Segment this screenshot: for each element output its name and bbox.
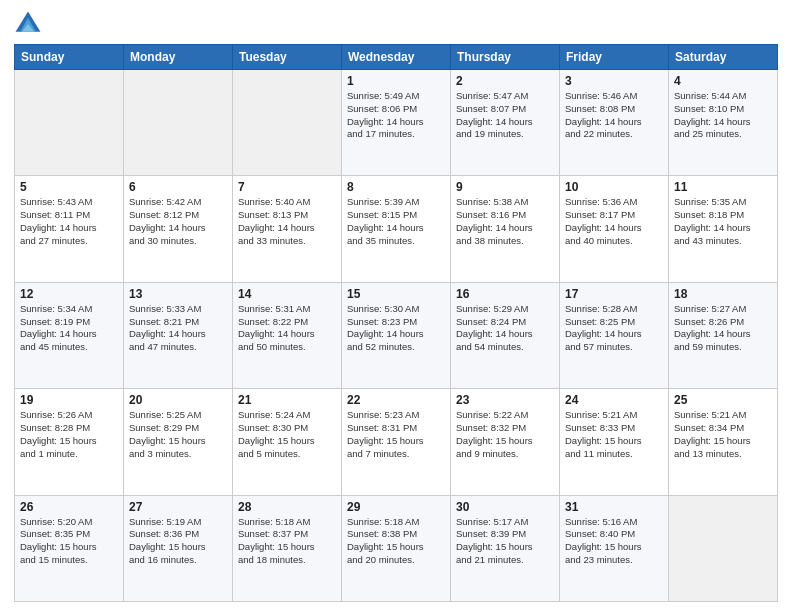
day-number: 3 <box>565 74 663 88</box>
day-number: 13 <box>129 287 227 301</box>
calendar-cell: 5Sunrise: 5:43 AM Sunset: 8:11 PM Daylig… <box>15 176 124 282</box>
day-number: 23 <box>456 393 554 407</box>
day-number: 8 <box>347 180 445 194</box>
day-number: 21 <box>238 393 336 407</box>
calendar-cell: 13Sunrise: 5:33 AM Sunset: 8:21 PM Dayli… <box>124 282 233 388</box>
calendar-cell: 16Sunrise: 5:29 AM Sunset: 8:24 PM Dayli… <box>451 282 560 388</box>
calendar-cell: 21Sunrise: 5:24 AM Sunset: 8:30 PM Dayli… <box>233 389 342 495</box>
weekday-header-sunday: Sunday <box>15 45 124 70</box>
calendar-week-row: 19Sunrise: 5:26 AM Sunset: 8:28 PM Dayli… <box>15 389 778 495</box>
calendar-cell: 2Sunrise: 5:47 AM Sunset: 8:07 PM Daylig… <box>451 70 560 176</box>
weekday-header-row: SundayMondayTuesdayWednesdayThursdayFrid… <box>15 45 778 70</box>
calendar-cell <box>233 70 342 176</box>
calendar-cell <box>15 70 124 176</box>
day-number: 31 <box>565 500 663 514</box>
cell-content: Sunrise: 5:49 AM Sunset: 8:06 PM Dayligh… <box>347 90 445 141</box>
day-number: 22 <box>347 393 445 407</box>
calendar-cell: 9Sunrise: 5:38 AM Sunset: 8:16 PM Daylig… <box>451 176 560 282</box>
calendar-cell: 15Sunrise: 5:30 AM Sunset: 8:23 PM Dayli… <box>342 282 451 388</box>
day-number: 28 <box>238 500 336 514</box>
cell-content: Sunrise: 5:30 AM Sunset: 8:23 PM Dayligh… <box>347 303 445 354</box>
day-number: 29 <box>347 500 445 514</box>
calendar-cell: 31Sunrise: 5:16 AM Sunset: 8:40 PM Dayli… <box>560 495 669 601</box>
cell-content: Sunrise: 5:36 AM Sunset: 8:17 PM Dayligh… <box>565 196 663 247</box>
day-number: 12 <box>20 287 118 301</box>
cell-content: Sunrise: 5:24 AM Sunset: 8:30 PM Dayligh… <box>238 409 336 460</box>
day-number: 25 <box>674 393 772 407</box>
day-number: 15 <box>347 287 445 301</box>
calendar-cell: 23Sunrise: 5:22 AM Sunset: 8:32 PM Dayli… <box>451 389 560 495</box>
calendar-cell: 22Sunrise: 5:23 AM Sunset: 8:31 PM Dayli… <box>342 389 451 495</box>
day-number: 2 <box>456 74 554 88</box>
day-number: 7 <box>238 180 336 194</box>
day-number: 17 <box>565 287 663 301</box>
calendar-week-row: 26Sunrise: 5:20 AM Sunset: 8:35 PM Dayli… <box>15 495 778 601</box>
calendar-cell: 19Sunrise: 5:26 AM Sunset: 8:28 PM Dayli… <box>15 389 124 495</box>
cell-content: Sunrise: 5:25 AM Sunset: 8:29 PM Dayligh… <box>129 409 227 460</box>
day-number: 1 <box>347 74 445 88</box>
calendar-cell: 12Sunrise: 5:34 AM Sunset: 8:19 PM Dayli… <box>15 282 124 388</box>
day-number: 6 <box>129 180 227 194</box>
calendar-cell: 17Sunrise: 5:28 AM Sunset: 8:25 PM Dayli… <box>560 282 669 388</box>
calendar-table: SundayMondayTuesdayWednesdayThursdayFrid… <box>14 44 778 602</box>
cell-content: Sunrise: 5:47 AM Sunset: 8:07 PM Dayligh… <box>456 90 554 141</box>
day-number: 4 <box>674 74 772 88</box>
day-number: 14 <box>238 287 336 301</box>
cell-content: Sunrise: 5:28 AM Sunset: 8:25 PM Dayligh… <box>565 303 663 354</box>
cell-content: Sunrise: 5:29 AM Sunset: 8:24 PM Dayligh… <box>456 303 554 354</box>
weekday-header-tuesday: Tuesday <box>233 45 342 70</box>
calendar-cell: 10Sunrise: 5:36 AM Sunset: 8:17 PM Dayli… <box>560 176 669 282</box>
day-number: 18 <box>674 287 772 301</box>
cell-content: Sunrise: 5:26 AM Sunset: 8:28 PM Dayligh… <box>20 409 118 460</box>
calendar-cell: 20Sunrise: 5:25 AM Sunset: 8:29 PM Dayli… <box>124 389 233 495</box>
cell-content: Sunrise: 5:34 AM Sunset: 8:19 PM Dayligh… <box>20 303 118 354</box>
weekday-header-saturday: Saturday <box>669 45 778 70</box>
cell-content: Sunrise: 5:17 AM Sunset: 8:39 PM Dayligh… <box>456 516 554 567</box>
cell-content: Sunrise: 5:46 AM Sunset: 8:08 PM Dayligh… <box>565 90 663 141</box>
cell-content: Sunrise: 5:40 AM Sunset: 8:13 PM Dayligh… <box>238 196 336 247</box>
weekday-header-monday: Monday <box>124 45 233 70</box>
calendar-cell: 8Sunrise: 5:39 AM Sunset: 8:15 PM Daylig… <box>342 176 451 282</box>
cell-content: Sunrise: 5:38 AM Sunset: 8:16 PM Dayligh… <box>456 196 554 247</box>
weekday-header-friday: Friday <box>560 45 669 70</box>
cell-content: Sunrise: 5:20 AM Sunset: 8:35 PM Dayligh… <box>20 516 118 567</box>
cell-content: Sunrise: 5:35 AM Sunset: 8:18 PM Dayligh… <box>674 196 772 247</box>
weekday-header-thursday: Thursday <box>451 45 560 70</box>
cell-content: Sunrise: 5:18 AM Sunset: 8:37 PM Dayligh… <box>238 516 336 567</box>
day-number: 5 <box>20 180 118 194</box>
day-number: 11 <box>674 180 772 194</box>
cell-content: Sunrise: 5:42 AM Sunset: 8:12 PM Dayligh… <box>129 196 227 247</box>
day-number: 20 <box>129 393 227 407</box>
calendar-cell: 3Sunrise: 5:46 AM Sunset: 8:08 PM Daylig… <box>560 70 669 176</box>
calendar-header: SundayMondayTuesdayWednesdayThursdayFrid… <box>15 45 778 70</box>
cell-content: Sunrise: 5:18 AM Sunset: 8:38 PM Dayligh… <box>347 516 445 567</box>
calendar-cell <box>124 70 233 176</box>
cell-content: Sunrise: 5:31 AM Sunset: 8:22 PM Dayligh… <box>238 303 336 354</box>
cell-content: Sunrise: 5:22 AM Sunset: 8:32 PM Dayligh… <box>456 409 554 460</box>
calendar-cell: 27Sunrise: 5:19 AM Sunset: 8:36 PM Dayli… <box>124 495 233 601</box>
calendar-cell: 18Sunrise: 5:27 AM Sunset: 8:26 PM Dayli… <box>669 282 778 388</box>
calendar-cell: 28Sunrise: 5:18 AM Sunset: 8:37 PM Dayli… <box>233 495 342 601</box>
calendar-week-row: 12Sunrise: 5:34 AM Sunset: 8:19 PM Dayli… <box>15 282 778 388</box>
day-number: 10 <box>565 180 663 194</box>
calendar-body: 1Sunrise: 5:49 AM Sunset: 8:06 PM Daylig… <box>15 70 778 602</box>
cell-content: Sunrise: 5:39 AM Sunset: 8:15 PM Dayligh… <box>347 196 445 247</box>
cell-content: Sunrise: 5:27 AM Sunset: 8:26 PM Dayligh… <box>674 303 772 354</box>
calendar-cell: 24Sunrise: 5:21 AM Sunset: 8:33 PM Dayli… <box>560 389 669 495</box>
cell-content: Sunrise: 5:43 AM Sunset: 8:11 PM Dayligh… <box>20 196 118 247</box>
day-number: 9 <box>456 180 554 194</box>
cell-content: Sunrise: 5:33 AM Sunset: 8:21 PM Dayligh… <box>129 303 227 354</box>
calendar-cell: 29Sunrise: 5:18 AM Sunset: 8:38 PM Dayli… <box>342 495 451 601</box>
calendar-cell: 11Sunrise: 5:35 AM Sunset: 8:18 PM Dayli… <box>669 176 778 282</box>
day-number: 24 <box>565 393 663 407</box>
cell-content: Sunrise: 5:19 AM Sunset: 8:36 PM Dayligh… <box>129 516 227 567</box>
calendar-week-row: 1Sunrise: 5:49 AM Sunset: 8:06 PM Daylig… <box>15 70 778 176</box>
day-number: 26 <box>20 500 118 514</box>
cell-content: Sunrise: 5:21 AM Sunset: 8:34 PM Dayligh… <box>674 409 772 460</box>
calendar-cell: 1Sunrise: 5:49 AM Sunset: 8:06 PM Daylig… <box>342 70 451 176</box>
header <box>14 10 778 38</box>
day-number: 16 <box>456 287 554 301</box>
cell-content: Sunrise: 5:16 AM Sunset: 8:40 PM Dayligh… <box>565 516 663 567</box>
calendar-week-row: 5Sunrise: 5:43 AM Sunset: 8:11 PM Daylig… <box>15 176 778 282</box>
weekday-header-wednesday: Wednesday <box>342 45 451 70</box>
